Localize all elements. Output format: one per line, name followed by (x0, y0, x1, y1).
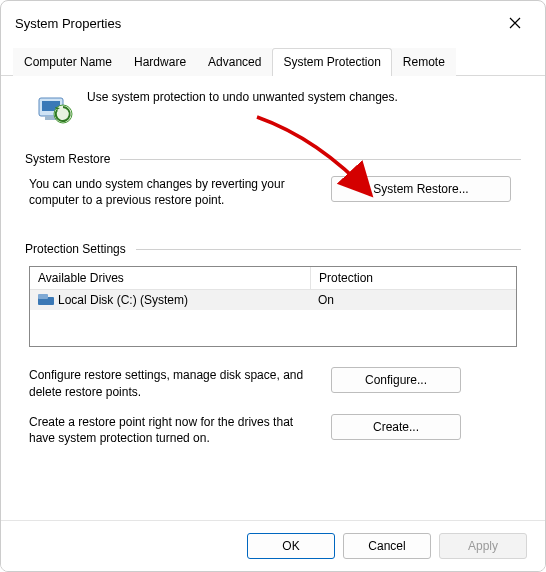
drives-table-body: Local Disk (C:) (System) On (30, 290, 516, 346)
column-available-drives[interactable]: Available Drives (30, 267, 311, 289)
column-protection[interactable]: Protection (311, 267, 516, 289)
apply-button[interactable]: Apply (439, 533, 527, 559)
ok-button[interactable]: OK (247, 533, 335, 559)
divider (120, 159, 521, 160)
tab-remote[interactable]: Remote (392, 48, 456, 76)
configure-button[interactable]: Configure... (331, 367, 461, 393)
drives-table: Available Drives Protection Local Disk (… (29, 266, 517, 347)
section-protection-settings: Protection Settings Available Drives Pro… (25, 242, 521, 446)
close-icon (509, 17, 521, 29)
create-button[interactable]: Create... (331, 414, 461, 440)
intro-text: Use system protection to undo unwanted s… (87, 88, 398, 104)
system-properties-window: System Properties Computer Name Hardware… (0, 0, 546, 572)
intro-row: Use system protection to undo unwanted s… (25, 84, 521, 142)
section-system-restore: System Restore You can undo system chang… (25, 152, 521, 208)
restore-description: You can undo system changes by reverting… (29, 176, 319, 208)
disk-icon (38, 294, 54, 306)
cancel-button[interactable]: Cancel (343, 533, 431, 559)
system-protection-icon (33, 88, 73, 128)
section-title-protection: Protection Settings (25, 242, 126, 256)
tab-hardware[interactable]: Hardware (123, 48, 197, 76)
close-button[interactable] (497, 9, 533, 37)
tab-system-protection[interactable]: System Protection (272, 48, 391, 76)
divider (136, 249, 521, 250)
drive-name: Local Disk (C:) (System) (58, 293, 188, 307)
drive-row[interactable]: Local Disk (C:) (System) On (30, 290, 516, 310)
tab-computer-name[interactable]: Computer Name (13, 48, 123, 76)
tab-strip: Computer Name Hardware Advanced System P… (1, 47, 545, 76)
configure-description: Configure restore settings, manage disk … (29, 367, 319, 399)
drive-protection: On (310, 290, 516, 310)
drives-table-header: Available Drives Protection (30, 267, 516, 290)
svg-rect-5 (38, 294, 48, 299)
window-title: System Properties (15, 16, 121, 31)
section-title-restore: System Restore (25, 152, 110, 166)
tab-content: Use system protection to undo unwanted s… (1, 76, 545, 520)
titlebar: System Properties (1, 1, 545, 41)
tab-advanced[interactable]: Advanced (197, 48, 272, 76)
dialog-footer: OK Cancel Apply (1, 520, 545, 571)
system-restore-button[interactable]: System Restore... (331, 176, 511, 202)
create-description: Create a restore point right now for the… (29, 414, 319, 446)
